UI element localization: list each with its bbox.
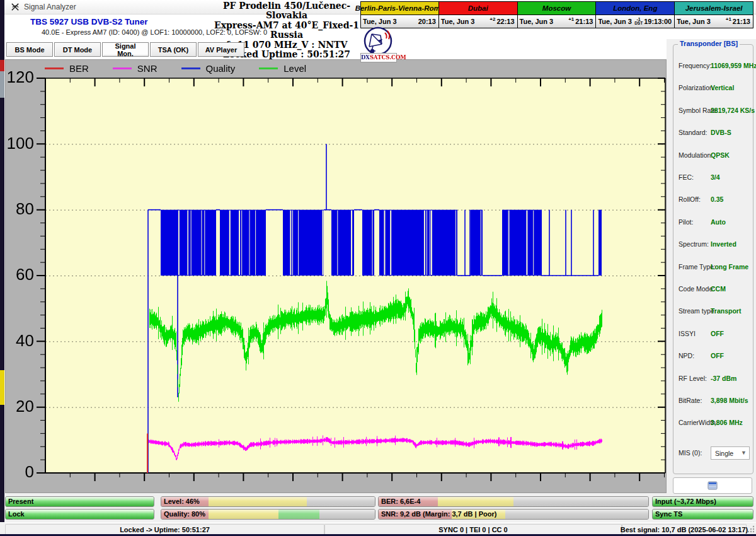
- legend-label: Level: [284, 63, 306, 74]
- signal-analyzer-window: Signal Analyzer TBS 5927 USB DVB-S2 Tune…: [0, 0, 756, 536]
- clock-date: Tue, Jun 3: [677, 18, 711, 25]
- transponder-row-label: NPD:: [679, 352, 711, 361]
- stream-list-icon: [707, 481, 718, 490]
- legend-item-quality: Quality: [181, 63, 236, 74]
- transponder-row-label: Symbol Rate:: [679, 107, 711, 115]
- snr-label: SNR: 9,2 dB (Margin: 3,7 dB | Poor): [381, 510, 496, 518]
- clock-date: Tue, Jun 3: [441, 18, 475, 25]
- transponder-row-label: CarrierWidth:: [679, 419, 711, 428]
- chevron-down-icon: ▼: [741, 450, 747, 456]
- tab-dt-mode[interactable]: DT Mode: [54, 42, 101, 57]
- background-accent: [0, 60, 4, 71]
- transponder-row-label: RF Level:: [679, 375, 711, 383]
- clock-3: MoscowTue, Jun 3+121:13: [518, 1, 597, 28]
- transponder-row: Spectrum:Inverted: [679, 240, 749, 249]
- lock-bar: Lock: [5, 509, 154, 520]
- transponder-row-value: DVB-S: [711, 129, 731, 136]
- quality-label: Quality: 80%: [164, 510, 205, 518]
- mode-tabs: BS ModeDT ModeSignal Mon.TSA (OK)AV Play…: [6, 42, 246, 57]
- tab-tsa-ok-[interactable]: TSA (OK): [150, 42, 197, 57]
- transponder-row: BitRate:3,898 Mbit/s: [679, 397, 749, 405]
- input-label: Input (~3,72 Mbps): [655, 498, 716, 505]
- legend-line-swatch: [113, 67, 132, 69]
- transponder-row-label: Stream type:: [679, 307, 711, 316]
- transponder-row-label: Frequency:: [679, 62, 711, 71]
- sync-label: Sync TS: [655, 510, 682, 518]
- legend-line-swatch: [181, 67, 200, 69]
- station-line-1: PF Prodelin 450/Lučenec-Slovakia: [203, 1, 370, 21]
- transponder-row-label: FEC:: [679, 173, 711, 182]
- clock-time-value: 19:13:00: [644, 18, 672, 25]
- clock-time-value: 21:13: [733, 18, 750, 25]
- transponder-row-value: 11069,959 MHz: [711, 62, 756, 69]
- legend-item-snr: SNR: [113, 63, 158, 74]
- transponder-row: Frequency:11069,959 MHz: [679, 62, 749, 71]
- transponder-row-label: Pilot:: [679, 218, 711, 227]
- transponder-title: Transponder [BS]: [678, 40, 740, 47]
- transponder-row-value: OFF: [711, 330, 724, 337]
- clock-date: Tue, Jun 3: [598, 18, 632, 25]
- transponder-row: CarrierWidth:3,806 MHz: [679, 419, 749, 428]
- transponder-row: NPD:OFF: [679, 352, 749, 361]
- resize-grip[interactable]: [747, 525, 755, 533]
- statusbar: Locked -> Uptime: 50:51:27 SYNC 0 | TEI …: [0, 522, 756, 535]
- transponder-row-label: Modulation:: [679, 151, 711, 160]
- transponder-row-label: Code Mode:: [679, 285, 711, 294]
- transponder-row: Polarization:Vertical: [679, 84, 749, 93]
- clock-city: London, Eng: [596, 2, 674, 15]
- lock-label: Lock: [8, 510, 25, 518]
- present-bar: Present: [5, 496, 154, 507]
- clock-offset: -1DST: [634, 18, 643, 25]
- transponder-row: Standard:DVB-S: [679, 129, 749, 137]
- legend-item-ber: BER: [45, 63, 89, 74]
- legend-item-level: Level: [259, 63, 306, 74]
- tab-av-player[interactable]: AV Player: [198, 42, 244, 57]
- mis-selected-value: Single: [715, 450, 733, 457]
- statusbar-best-signal: Best signal: 10,7 dB (2025-06-02 13:17): [622, 524, 747, 535]
- tab-bs-mode[interactable]: BS Mode: [6, 42, 53, 57]
- transponder-row-label: Spectrum:: [679, 240, 711, 249]
- window-title: Signal Analyzer: [24, 3, 76, 11]
- ber-bar: BER: 6,6E-4: [378, 496, 649, 507]
- mis-label: MIS (0):: [679, 449, 702, 457]
- clock-2: DubaiTue, Jun 3+222:13: [439, 1, 518, 28]
- transponder-row: Code Mode:CCM: [679, 285, 749, 294]
- station-line-2: Express-AM7 at 40°E_Fixed-1 Russia: [203, 21, 370, 40]
- clock-offset: +1: [726, 16, 731, 22]
- transponder-row-value: 3/4: [711, 173, 720, 181]
- transponder-row: ISSYIOFF: [679, 330, 749, 339]
- clock-date: Tue, Jun 3: [363, 18, 397, 25]
- clock-4: London, EngTue, Jun 3-1DST19:13:00: [596, 1, 675, 28]
- transponder-row-value: 3,898 Mbit/s: [711, 397, 748, 404]
- transponder-row-value: Vertical: [711, 84, 734, 91]
- clock-city: Dubai: [439, 2, 517, 15]
- clock-1: Berlin-Paris-Vienna-RomaTue, Jun 320:13: [360, 1, 439, 28]
- transponder-row: RollOff:0.35: [679, 195, 749, 204]
- clock-offset: +1: [568, 16, 574, 22]
- transponder-row-label: Frame Type:: [679, 263, 711, 272]
- mis-select[interactable]: Single ▼: [711, 446, 750, 460]
- transponder-groupbox: Transponder [BS] Frequency:11069,959 MHz…: [673, 44, 753, 474]
- transponder-row-value: 2819,724 KS/s: [711, 107, 755, 114]
- transponder-row: FEC:3/4: [679, 173, 749, 182]
- legend-label: SNR: [137, 63, 158, 74]
- background-window-edge: [0, 0, 4, 522]
- signal-history-chart: [6, 60, 666, 492]
- transponder-row: Modulation:QPSK: [679, 151, 749, 160]
- clock-date: Tue, Jun 3: [520, 18, 554, 25]
- clock-city: Jerusalem-Israel: [675, 2, 753, 15]
- clock-time-value: 22:13: [496, 18, 514, 25]
- tab-signal-mon-[interactable]: Signal Mon.: [102, 42, 149, 57]
- quality-bar: Quality: 80%: [161, 509, 375, 520]
- legend-line-swatch: [259, 67, 278, 69]
- transponder-row: Pilot:Auto: [679, 218, 749, 227]
- transponder-row-value: -37 dBm: [711, 375, 736, 382]
- signal-monitor-panel: BERSNRQualityLevel: [5, 59, 667, 493]
- stream-list-button[interactable]: [673, 477, 752, 494]
- transponder-row-value: Long Frame: [711, 263, 748, 271]
- transponder-row-value: Inverted: [711, 240, 736, 248]
- background-accent: [0, 370, 4, 405]
- transponder-row: RF Level:-37 dBm: [679, 375, 749, 383]
- input-bar: Input (~3,72 Mbps): [652, 496, 753, 507]
- world-clocks: Berlin-Paris-Vienna-RomaTue, Jun 320:13D…: [360, 1, 753, 28]
